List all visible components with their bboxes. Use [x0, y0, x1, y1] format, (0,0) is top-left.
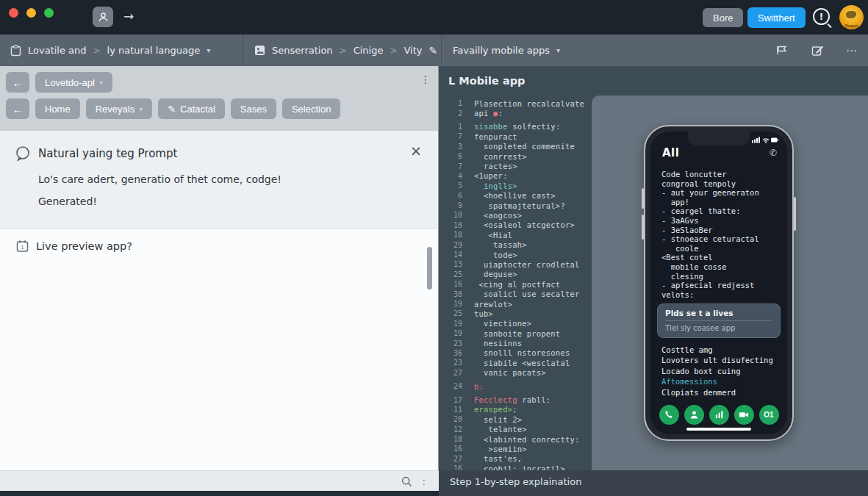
left-statusbar: : — [0, 470, 439, 491]
crumb-cinige[interactable]: Cinige — [354, 45, 384, 56]
breadcrumb-right: Favailly mobile apps ▾ — [453, 35, 560, 66]
traffic-light-zoom[interactable] — [44, 8, 54, 18]
forward-arrow-icon[interactable]: → — [123, 9, 134, 24]
code-line: 19 viectione> — [446, 319, 600, 328]
search-icon[interactable] — [401, 476, 412, 487]
toolbar-divider — [441, 35, 442, 66]
more-options-icon[interactable]: ⋯ — [846, 44, 858, 57]
code-line: 6 conrrest> — [446, 151, 600, 161]
caret-down-icon: ▾ — [99, 79, 103, 87]
code-panel: L Mobile app 1Plasection recalcalvate2ap… — [439, 66, 868, 470]
compose-icon[interactable] — [811, 45, 824, 57]
code-line: 17Fecclectg rabll: — [446, 395, 600, 404]
caret-down-icon[interactable]: ▾ — [207, 46, 210, 54]
tab-label: Catactal — [180, 104, 215, 115]
code-line: 16 <cing al poctfact — [446, 279, 600, 289]
volume-up-button — [642, 188, 644, 209]
phone-card-subtitle: Tlel sly coasee app — [665, 321, 772, 332]
breadcrumb-sep: > — [93, 46, 101, 56]
live-preview-label[interactable]: Live preview app? — [36, 240, 132, 252]
left-panel: ← Lovetdo-apl ▾ ⋮ ← Home Reveyals ▾ ✎ C — [0, 66, 439, 470]
breadcrumb-middle: Senserration > Cinige > Vity ✎ — [254, 35, 437, 66]
power-button — [794, 197, 796, 231]
more-colon-icon[interactable]: : — [423, 476, 426, 487]
crumb-vity[interactable]: Vity — [404, 45, 423, 56]
preview-question-area: 1 Live preview app? — [0, 229, 438, 470]
phone-list-line: Clopiats denmerd — [661, 387, 783, 398]
phone-app-title: All — [662, 146, 679, 159]
edit-pencil-icon[interactable]: ✎ — [429, 45, 438, 57]
tab-label: Home — [45, 104, 71, 115]
code-line: 20 selit 2> — [446, 414, 600, 424]
traffic-light-close[interactable] — [9, 8, 18, 18]
code-line: 13 uiaptocter crodletal — [446, 259, 600, 269]
tab-reveyals[interactable]: Reveyals ▾ — [86, 98, 153, 119]
code-line: 12 telante> — [446, 425, 600, 434]
kebab-menu-icon[interactable]: ⋮ — [420, 73, 431, 85]
svg-text:1: 1 — [21, 245, 24, 251]
traffic-light-minimize[interactable] — [26, 8, 36, 18]
caret-down-icon: ▾ — [139, 105, 143, 113]
phone-list-line[interactable]: Aftomessions — [661, 376, 783, 387]
tab-selection[interactable]: Selection — [282, 98, 340, 119]
prompt-title: Natural yaing teg Prompt — [38, 147, 177, 160]
crumb-lovatile[interactable]: Lovatile and — [28, 45, 87, 56]
phone-card[interactable]: Plds se t a lives Tlel sly coasee app — [657, 303, 781, 338]
bore-button[interactable]: Bore — [703, 8, 743, 27]
toolbar-divider — [243, 35, 243, 66]
code-line: 24b: — [446, 381, 600, 391]
code-line: 5 inglls> — [446, 181, 600, 190]
caret-down-icon[interactable]: ▾ — [556, 46, 560, 54]
back-button[interactable]: ← — [6, 72, 29, 93]
alert-search-icon[interactable]: ! — [813, 8, 830, 25]
tab-catactal[interactable]: ✎ Catactal — [158, 98, 225, 119]
user-avatar[interactable]: Rogait — [839, 5, 864, 29]
app-window: → Bore Switthert ! Rogait Lovatile and >… — [0, 0, 868, 496]
crumb-natural-language[interactable]: ly natural language — [107, 45, 201, 56]
phone-icon — [664, 410, 674, 420]
dock-chart-button[interactable] — [709, 405, 729, 425]
phone-notch — [688, 132, 750, 145]
phone-list-line: Lovoters ult disufecting — [661, 355, 783, 365]
prompt-body-line: Lo's care adert, generatio of thet come,… — [38, 173, 281, 185]
code-line: 14 tode> — [446, 250, 600, 259]
status-icons — [752, 136, 778, 143]
code-line: 23 siabile <wesclatal — [446, 358, 600, 367]
crumb-senserration[interactable]: Senserration — [272, 45, 333, 56]
code-line: 4<1uper: — [446, 171, 600, 181]
tab-sases[interactable]: Sases — [231, 98, 276, 119]
tab-home[interactable]: Home — [35, 98, 80, 119]
calendar-icon: 1 — [16, 240, 29, 253]
code-title: L Mobile app — [448, 75, 525, 87]
window-titlebar: → Bore Switthert ! Rogait — [0, 0, 868, 35]
profile-button[interactable] — [93, 7, 113, 27]
breadcrumb-sep: > — [390, 46, 397, 56]
dock-person-button[interactable] — [684, 405, 704, 425]
switchert-button[interactable]: Switthert — [747, 7, 806, 28]
avatar-label: Rogait — [839, 24, 864, 28]
code-lines[interactable]: 1Plasection recalcalvate2api ●:1sisabbe … — [446, 98, 600, 470]
home-indicator[interactable] — [686, 428, 751, 431]
dock-phone-button[interactable] — [659, 405, 679, 425]
project-label: Lovetdo-apl — [45, 77, 95, 88]
phone-list-line: Costtle amg — [661, 345, 783, 355]
project-dropdown[interactable]: Lovetdo-apl ▾ — [35, 72, 112, 93]
flag-icon[interactable] — [776, 45, 789, 56]
close-icon[interactable]: × — [410, 144, 422, 158]
favailly-mobile-apps-dropdown[interactable]: Favailly mobile apps — [453, 45, 550, 56]
code-line: 7fenpuract — [446, 132, 600, 141]
explanation-label[interactable]: Step 1-by-step explaination — [450, 476, 581, 487]
code-line: 2api ●: — [446, 108, 600, 118]
code-line: 3 sonpleted commenite — [446, 142, 600, 151]
attach-pencil-icon: ✎ — [168, 104, 176, 115]
dock-o1-button[interactable]: O1 — [759, 405, 779, 425]
phone-receiver-icon[interactable]: ✆ — [770, 148, 777, 158]
bar-chart-icon — [714, 410, 724, 420]
code-line: 18 <Hial — [446, 230, 600, 240]
tab-label: Reveyals — [96, 104, 134, 115]
dock-video-button[interactable] — [734, 405, 754, 425]
panel-scrollbar[interactable] — [427, 247, 432, 290]
code-line: 16 coobil: incratil> — [446, 464, 600, 470]
speech-bubble-icon — [15, 145, 31, 162]
back-button-2[interactable]: ← — [6, 98, 29, 119]
